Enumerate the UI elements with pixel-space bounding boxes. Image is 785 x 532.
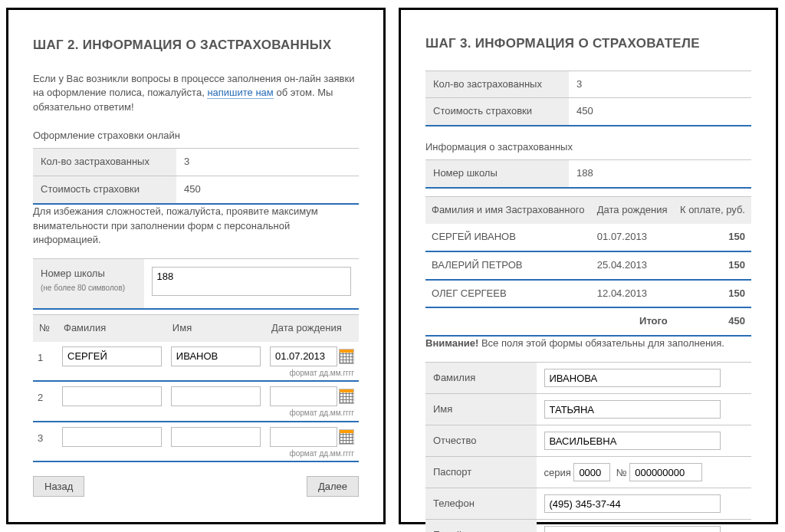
- first-input[interactable]: [171, 427, 261, 447]
- last-input[interactable]: [62, 346, 162, 366]
- middle-label: Отчество: [425, 425, 537, 457]
- school-value: 188: [569, 160, 751, 188]
- calendar-icon[interactable]: [339, 429, 354, 445]
- warning-bold: Внимание!: [425, 337, 478, 349]
- cost-label: Стоимость страховки: [425, 98, 569, 126]
- cell-pay: 150: [674, 280, 751, 308]
- cell-dob: 12.04.2013: [591, 280, 674, 308]
- phone-input[interactable]: [544, 494, 721, 513]
- step2-title: ШАГ 2. ИНФОРМАЦИЯ О ЗАСТРАХОВАННЫХ: [33, 36, 359, 55]
- row-no: 1: [33, 342, 57, 382]
- school-table: Номер школы 188: [425, 159, 751, 189]
- step2-subhead: Оформление страховки онлайн: [33, 129, 359, 143]
- school-hint: (не более 80 символов): [41, 283, 136, 294]
- total-value: 450: [674, 307, 751, 336]
- step3-title: ШАГ 3. ИНФОРМАЦИЯ О СТРАХОВАТЕЛЕ: [425, 34, 751, 54]
- cost-value: 450: [569, 98, 751, 126]
- cell-name: ВАЛЕРИЙ ПЕТРОВ: [425, 251, 591, 280]
- cost-value: 450: [176, 176, 359, 203]
- cell-dob: 01.07.2013: [591, 224, 674, 251]
- first-input[interactable]: [171, 386, 261, 406]
- calendar-icon[interactable]: [339, 349, 354, 364]
- row-no: 2: [33, 381, 57, 422]
- step3-subhead: Информация о застрахованных: [425, 140, 751, 155]
- step2-info-table: Кол-во застрахованных 3 Стоимость страхо…: [33, 148, 359, 205]
- school-block: Номер школы (не более 80 символов) 188: [33, 258, 359, 310]
- step3-panel: ШАГ 3. ИНФОРМАЦИЯ О СТРАХОВАТЕЛЕ Кол-во …: [399, 8, 778, 524]
- col-last: Фамилия: [57, 315, 166, 342]
- phone-label: Телефон: [425, 488, 537, 520]
- table-row: 3 формат дд.мм.гггг: [33, 422, 359, 462]
- table-row: 1 формат дд.мм.гггг: [33, 342, 359, 382]
- series-label: серия: [544, 467, 571, 478]
- last-input[interactable]: [62, 427, 162, 447]
- warning: Внимание! Все поля этой формы обязательн…: [425, 337, 751, 351]
- count-value: 3: [569, 71, 751, 98]
- school-input[interactable]: 188: [152, 267, 352, 296]
- next-button[interactable]: Далее: [307, 476, 359, 497]
- last-label: Фамилия: [425, 363, 537, 394]
- first-input[interactable]: [544, 400, 721, 419]
- write-us-link[interactable]: напишите нам: [207, 87, 273, 99]
- col-no: №: [33, 315, 57, 342]
- calendar-icon[interactable]: [339, 389, 354, 404]
- count-label: Кол-во застрахованных: [425, 71, 569, 98]
- col-dob: Дата рождения: [591, 197, 674, 224]
- dob-hint: формат дд.мм.гггг: [270, 368, 354, 379]
- summary-table: Фамилия и имя Застрахованного Дата рожде…: [425, 196, 751, 337]
- cell-pay: 150: [674, 251, 751, 280]
- step2-panel: ШАГ 2. ИНФОРМАЦИЯ О ЗАСТРАХОВАННЫХ Если …: [6, 8, 386, 524]
- step2-intro: Если у Вас возникли вопросы в процессе з…: [33, 72, 359, 116]
- table-row: ОЛЕГ СЕРГЕЕВ 12.04.2013 150: [425, 280, 751, 308]
- dob-input[interactable]: [270, 386, 337, 406]
- last-input[interactable]: [544, 369, 721, 387]
- series-input[interactable]: [573, 463, 610, 481]
- count-value: 3: [176, 149, 359, 176]
- policyholder-form: Фамилия Имя Отчество Паспорт серия №: [425, 362, 751, 532]
- table-row: ВАЛЕРИЙ ПЕТРОВ 25.04.2013 150: [425, 251, 751, 280]
- dob-hint: формат дд.мм.гггг: [270, 448, 354, 460]
- col-dob: Дата рождения: [265, 315, 359, 342]
- cell-dob: 25.04.2013: [591, 251, 674, 280]
- col-first: Имя: [166, 315, 265, 342]
- email-label: E-mail: [425, 520, 537, 532]
- step2-note: Для избежания сложностей, пожалуйста, пр…: [33, 205, 359, 248]
- middle-input[interactable]: [544, 432, 721, 450]
- dob-input[interactable]: [270, 346, 337, 366]
- cell-name: ОЛЕГ СЕРГЕЕВ: [425, 280, 591, 308]
- first-label: Имя: [425, 394, 537, 425]
- email-input[interactable]: [544, 526, 721, 532]
- table-row-total: Итого 450: [425, 307, 751, 336]
- school-label: Номер школы: [425, 160, 569, 188]
- dob-input[interactable]: [270, 427, 337, 447]
- last-input[interactable]: [62, 386, 162, 406]
- persons-table: № Фамилия Имя Дата рождения 1 формат дд.…: [33, 314, 359, 462]
- dob-hint: формат дд.мм.гггг: [270, 408, 354, 419]
- table-row: 2 формат дд.мм.гггг: [33, 381, 359, 422]
- cell-pay: 150: [674, 224, 751, 251]
- passport-label: Паспорт: [425, 457, 537, 488]
- back-button[interactable]: Назад: [33, 476, 84, 497]
- passno-label: №: [616, 467, 627, 478]
- col-pay: К оплате, руб.: [674, 197, 751, 224]
- count-label: Кол-во застрахованных: [33, 149, 176, 176]
- col-name: Фамилия и имя Застрахованного: [425, 197, 591, 224]
- cell-name: СЕРГЕЙ ИВАНОВ: [425, 224, 591, 251]
- step3-info-table: Кол-во застрахованных 3 Стоимость страхо…: [425, 71, 751, 127]
- passno-input[interactable]: [629, 463, 702, 481]
- warning-text: Все поля этой формы обязательны для запо…: [478, 337, 724, 349]
- row-no: 3: [33, 422, 57, 462]
- school-label: Номер школы: [41, 268, 105, 279]
- cost-label: Стоимость страховки: [33, 176, 176, 203]
- total-label: Итого: [591, 307, 674, 336]
- first-input[interactable]: [171, 346, 261, 366]
- table-row: СЕРГЕЙ ИВАНОВ 01.07.2013 150: [425, 224, 751, 251]
